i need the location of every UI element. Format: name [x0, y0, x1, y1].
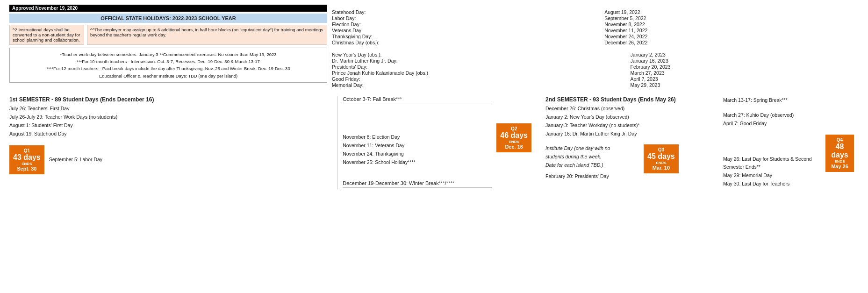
holiday-name: Dr. Martin Luther King Jr. Day: [332, 58, 617, 64]
mid-col: October 3-7: Fall Break*** November 8: E… [337, 96, 496, 189]
col4-area: March 13-17: Spring Break*** March 27: K… [718, 96, 859, 189]
s1-event-1: July 26: Teachers' First Day [9, 105, 333, 113]
holidays-grid2: New Year's Day (obs.):January 2, 2023Dr.… [332, 52, 859, 88]
holiday-date: March 27, 2023 [631, 70, 859, 76]
mid-event-veterans: November 11: Veterans Day [343, 142, 492, 150]
holiday-banner: OFFICIAL STATE HOLIDAYS: 2022-2023 SCHOO… [9, 14, 327, 23]
semester1-title: 1st SEMESTER - 89 Student Days (Ends Dec… [9, 96, 333, 103]
institute-line2: students during the week. [545, 153, 639, 161]
institute-day-text: Institute Day (one day with no students … [545, 144, 639, 180]
q2-badge: Q2 46 days Ends Dec. 16 [496, 123, 531, 152]
q1-ends-date: Sept. 30 [13, 166, 41, 172]
s1-event-2: July 26-July 29: Teacher Work Days (no s… [9, 113, 333, 121]
note1-box: ^2 Instructional days shall be converted… [9, 25, 84, 45]
holiday-date: November 24, 2022 [604, 34, 859, 39]
top-left: Approved November 19, 2020 OFFICIAL STAT… [9, 5, 327, 88]
holiday-date: January 16, 2023 [631, 58, 859, 64]
holiday-name: Veterans Day: [332, 28, 590, 33]
note2-box: ^^The employer may assign up to 6 additi… [87, 25, 327, 45]
q4-days: 48 days [829, 143, 850, 159]
may-event-3: May 30: Last Day for Teachers [723, 180, 821, 188]
semester2-events: December 26: Christmas (observed) Januar… [545, 105, 714, 138]
q4-row: May 26: Last Day for Students & Second S… [723, 132, 854, 188]
holiday-date: August 19, 2022 [604, 9, 859, 15]
footnote-line4: Educational Officer & Teacher Institute … [14, 72, 322, 79]
s1-event-5: September 5: Labor Day [49, 156, 102, 164]
approved-bar: Approved November 19, 2020 [9, 5, 327, 12]
mid-events: November 8: Election Day November 11: Ve… [343, 105, 492, 166]
holiday-name: Prince Jonah Kuhio Kalanianaole Day (obs… [332, 70, 617, 76]
holiday-name: Good Friday: [332, 76, 617, 82]
holiday-date: December 26, 2022 [604, 40, 859, 45]
q2-label: Q2 [511, 126, 517, 131]
top-right: Statehood Day:August 19, 2022Labor Day:S… [332, 5, 859, 88]
holiday-date: September 5, 2022 [604, 15, 859, 21]
q3-row: Institute Day (one day with no students … [545, 142, 714, 180]
s2-event-4: January 16: Dr. Martin Luther King Jr. D… [545, 130, 714, 138]
q4-badge: Q4 48 days Ends May 26 [825, 135, 854, 172]
q3-ends-date: Mar. 10 [647, 165, 675, 171]
holiday-date: April 7, 2023 [631, 76, 859, 82]
semester1-col: 1st SEMESTER - 89 Student Days (Ends Dec… [9, 96, 337, 189]
q2-area: Q2 46 days Ends Dec. 16 [496, 96, 541, 189]
semester2-title: 2nd SEMESTER - 93 Student Days (Ends May… [545, 96, 714, 103]
q2-ends-date: Dec. 16 [500, 144, 528, 150]
col4-events: March 13-17: Spring Break*** March 27: K… [723, 96, 854, 128]
mid-event-election: November 8: Election Day [343, 133, 492, 142]
holiday-date: November 8, 2022 [604, 21, 859, 27]
kuhio-day: March 27: Kuhio Day (observed) [723, 111, 854, 120]
holiday-date: May 29, 2023 [631, 82, 859, 88]
q3-ends-label: Ends [647, 161, 675, 165]
s2-event-1: December 26: Christmas (observed) [545, 105, 714, 113]
q4-ends-date: May 26 [829, 164, 850, 169]
q2-days: 46 days [500, 131, 528, 140]
q3-badge: Q3 45 days Ends Mar. 10 [644, 144, 679, 173]
footnote-line2: ***For 10-month teachers - Intersession:… [14, 58, 322, 65]
holiday-name: Memorial Day: [332, 82, 617, 88]
footnote-line3: ****For 12-month teachers - Paid break d… [14, 65, 322, 72]
holiday-name: Statehood Day: [332, 9, 590, 15]
mid-event-school-holiday: November 25: School Holiday**** [343, 158, 492, 167]
holiday-date: January 2, 2023 [631, 52, 859, 57]
note2-text: ^^The employer may assign up to 6 additi… [90, 27, 323, 37]
s2-event-3: January 3: Teacher Workday (no students)… [545, 121, 714, 130]
s1-event-3: August 1: Students' First Day [9, 121, 333, 130]
good-friday: April 7: Good Friday [723, 120, 854, 128]
col4-may-events: May 26: Last Day for Students & Second S… [723, 155, 821, 188]
holiday-date: November 11, 2022 [604, 28, 859, 33]
may-event-1: May 26: Last Day for Students & Second S… [723, 155, 821, 172]
q1-ends-label: Ends [13, 162, 41, 166]
q1-days: 43 days [13, 153, 41, 162]
semester1-events: July 26: Teachers' First Day July 26-Jul… [9, 105, 333, 138]
mid-event-thanksgiving: November 24: Thanksgiving [343, 150, 492, 158]
approved-text: Approved November 19, 2020 [12, 6, 78, 11]
spring-break: March 13-17: Spring Break*** [723, 96, 854, 105]
q3-days: 45 days [647, 152, 675, 161]
q4-label: Q4 [837, 137, 843, 143]
q1-label: Q1 [24, 148, 30, 153]
institute-line1: Institute Day (one day with no [545, 144, 639, 153]
notes-row: ^2 Instructional days shall be converted… [9, 25, 327, 45]
q1-row: Q1 43 days Ends Sept. 30 September 5: La… [9, 142, 333, 174]
fall-break-title: October 3-7: Fall Break*** [343, 96, 492, 103]
may-event-2: May 29: Memorial Day [723, 172, 821, 180]
bottom-section: 1st SEMESTER - 89 Student Days (Ends Dec… [9, 96, 859, 189]
footnotes-box: *Teacher work day between semesters: Jan… [9, 48, 327, 83]
holiday-name: Labor Day: [332, 15, 590, 21]
s1-extra-events: September 5: Labor Day [49, 156, 102, 164]
holiday-name: Christmas Day (obs.): [332, 40, 590, 45]
footnote-line1: *Teacher work day between semesters: Jan… [14, 51, 322, 58]
q3-label: Q3 [658, 147, 664, 152]
institute-line3: Date for each island TBD.) [545, 161, 639, 170]
q4-ends-label: Ends [829, 159, 850, 164]
top-section: Approved November 19, 2020 OFFICIAL STAT… [9, 5, 859, 88]
s1-event-4: August 19: Statehood Day [9, 130, 333, 138]
page-wrapper: Approved November 19, 2020 OFFICIAL STAT… [0, 0, 868, 194]
note1-text: ^2 Instructional days shall be converted… [13, 27, 80, 43]
winter-break-title: December 19-December 30: Winter Break***… [343, 180, 492, 187]
q1-badge: Q1 43 days Ends Sept. 30 [9, 145, 44, 174]
holidays-grid1: Statehood Day:August 19, 2022Labor Day:S… [332, 9, 859, 45]
s2-event-5: February 20: Presidents' Day [545, 172, 639, 181]
holiday-name: New Year's Day (obs.): [332, 52, 617, 57]
holiday-name: Presidents' Day: [332, 64, 617, 70]
